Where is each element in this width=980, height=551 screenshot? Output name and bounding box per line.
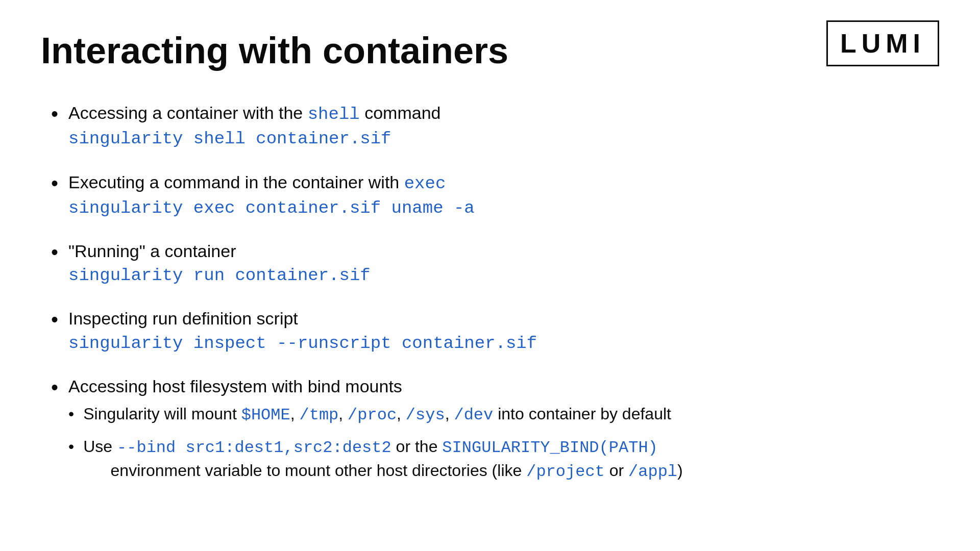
bullet-dot-2: •: [51, 170, 58, 196]
bullet-item-1: • Accessing a container with the shell c…: [51, 102, 939, 150]
bullet-content-1: Accessing a container with the shell com…: [68, 102, 440, 150]
bullet-1-text-after: command: [360, 103, 441, 122]
bullet-dot-4: •: [51, 306, 58, 333]
code-tmp: /tmp: [299, 406, 338, 424]
code-appl: /appl: [628, 462, 677, 481]
code-proc: /proc: [348, 406, 397, 424]
sub-bullet-dot-1: •: [68, 403, 74, 425]
code-home: $HOME: [241, 406, 290, 424]
bullet-content-4: Inspecting run definition script singula…: [68, 307, 537, 354]
bullet-2-code-block: singularity exec container.sif uname -a: [68, 197, 475, 219]
bullet-2-code-inline: exec: [404, 174, 446, 193]
sub-bullet-item-2: • Use --bind src1:dest1,src2:dest2 or th…: [68, 435, 683, 484]
bullet-3-text: "Running" a container: [68, 240, 371, 262]
sub-bullet-content-2: Use --bind src1:dest1,src2:dest2 or the …: [83, 435, 682, 484]
code-project: /project: [526, 462, 605, 481]
sub-bullet-list: • Singularity will mount $HOME, /tmp, /p…: [68, 403, 683, 492]
bullet-4-code-block: singularity inspect --runscript containe…: [68, 332, 537, 355]
logo: LUMI: [826, 20, 939, 66]
code-singularity-bind: SINGULARITY_BIND(PATH): [442, 438, 657, 457]
code-sys: /sys: [406, 406, 445, 424]
bullet-item-5: • Accessing host filesystem with bind mo…: [51, 375, 939, 492]
slide-content: • Accessing a container with the shell c…: [41, 102, 939, 492]
bullet-dot-3: •: [51, 239, 58, 265]
bullet-2-text: Executing a command in the container wit…: [68, 171, 475, 195]
bullet-item-3: • "Running" a container singularity run …: [51, 240, 939, 287]
code-bind: --bind src1:dest1,src2:dest2: [117, 438, 391, 457]
bullet-content-5: Accessing host filesystem with bind moun…: [68, 375, 683, 492]
bullet-dot-1: •: [51, 101, 58, 127]
bullet-4-text: Inspecting run definition script: [68, 307, 537, 330]
main-bullet-list: • Accessing a container with the shell c…: [51, 102, 939, 492]
bullet-2-text-before: Executing a command in the container wit…: [68, 172, 404, 192]
bullet-3-code-block: singularity run container.sif: [68, 264, 371, 287]
bullet-1-text-before: Accessing a container with the: [68, 103, 308, 122]
bullet-1-code-block: singularity shell container.sif: [68, 128, 440, 150]
slide-title: Interacting with containers: [41, 31, 939, 71]
sub-bullet-dot-2: •: [68, 435, 74, 458]
code-dev: /dev: [454, 406, 493, 424]
sub-bullet-content-1: Singularity will mount $HOME, /tmp, /pro…: [83, 403, 671, 427]
bullet-item-4: • Inspecting run definition script singu…: [51, 307, 939, 354]
slide-container: LUMI Interacting with containers • Acces…: [0, 0, 980, 551]
bullet-dot-5: •: [51, 374, 58, 400]
bullet-item-2: • Executing a command in the container w…: [51, 171, 939, 219]
bullet-5-text: Accessing host filesystem with bind moun…: [68, 375, 683, 397]
sub-bullet-item-1: • Singularity will mount $HOME, /tmp, /p…: [68, 403, 683, 427]
bullet-1-text: Accessing a container with the shell com…: [68, 102, 440, 126]
bullet-content-2: Executing a command in the container wit…: [68, 171, 475, 219]
logo-text: LUMI: [840, 29, 925, 58]
bullet-content-3: "Running" a container singularity run co…: [68, 240, 371, 287]
bullet-1-code-inline: shell: [308, 105, 360, 124]
